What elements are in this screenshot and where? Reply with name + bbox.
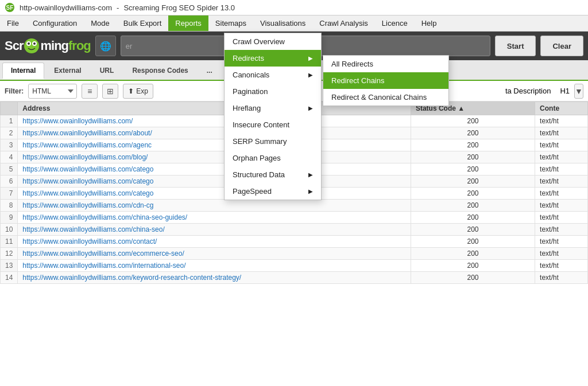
- cell-status-code: 200: [411, 236, 535, 248]
- reports-menu-item-pagespeed[interactable]: PageSpeed▶: [225, 183, 321, 200]
- cell-content-type: text/ht: [535, 115, 588, 127]
- cell-status-code: 200: [411, 272, 535, 284]
- menu-item-configuration[interactable]: Configuration: [26, 15, 84, 31]
- reports-menu-item-canonicals[interactable]: Canonicals▶: [225, 67, 321, 83]
- cell-address[interactable]: https://www.owainlloydwilliams.com/keywo…: [18, 272, 411, 284]
- cell-content-type: text/ht: [535, 224, 588, 236]
- frog-icon: [24, 38, 40, 54]
- table-row: 9https://www.owainlloydwilliams.com/chin…: [1, 212, 588, 224]
- cell-status-code: 200: [411, 151, 535, 163]
- cell-address[interactable]: https://www.owainlloydwilliams.com/categ…: [18, 176, 411, 188]
- cell-content-type: text/ht: [535, 200, 588, 212]
- redirects-submenu-item-redirect-chains[interactable]: Redirect Chains: [323, 72, 448, 89]
- cell-row-num: 7: [1, 188, 18, 200]
- menu-item-sitemaps[interactable]: Sitemaps: [208, 15, 253, 31]
- redirects-submenu-item-redirect-canonical-chains[interactable]: Redirect & Canonical Chains: [323, 89, 448, 106]
- cell-content-type: text/ht: [535, 176, 588, 188]
- reports-menu-item-serp-summary[interactable]: SERP Summary: [225, 133, 321, 150]
- reports-menu-item-crawl-overview[interactable]: Crawl Overview: [225, 33, 321, 50]
- reports-menu-item-structured-data[interactable]: Structured Data▶: [225, 166, 321, 183]
- table-row: 14https://www.owainlloydwilliams.com/key…: [1, 272, 588, 284]
- cell-row-num: 10: [1, 224, 18, 236]
- cell-status-code: 200: [411, 260, 535, 272]
- app-icon: SF: [5, 2, 15, 13]
- cell-address[interactable]: https://www.owainlloydwilliams.com/china…: [18, 212, 411, 224]
- reports-menu-item-redirects[interactable]: Redirects▶: [225, 50, 321, 67]
- title-text: http-owainlloydwilliams-com: [20, 3, 112, 12]
- menu-item-mode[interactable]: Mode: [84, 15, 117, 31]
- reports-menu-item-insecure-content[interactable]: Insecure Content: [225, 116, 321, 133]
- start-button[interactable]: Start: [495, 36, 536, 56]
- logo-scream: Scr: [5, 38, 23, 53]
- tab-external[interactable]: External: [45, 63, 90, 78]
- cell-address[interactable]: https://www.owainlloydwilliams.com/categ…: [18, 163, 411, 176]
- menu-item-visualisations[interactable]: Visualisations: [253, 15, 312, 31]
- cell-address[interactable]: https://www.owainlloydwilliams.com/cdn-c…: [18, 200, 411, 212]
- globe-button[interactable]: 🌐: [95, 36, 116, 56]
- cell-address[interactable]: https://www.owainlloydwilliams.com/conta…: [18, 236, 411, 248]
- menu-item-bulk-export[interactable]: Bulk Export: [117, 15, 168, 31]
- menu-item-help[interactable]: Help: [415, 15, 444, 31]
- cell-row-num: 12: [1, 248, 18, 260]
- cell-address[interactable]: https://www.owainlloydwilliams.com/blog/: [18, 151, 411, 163]
- cell-status-code: 200: [411, 248, 535, 260]
- col-header-num: [1, 102, 18, 115]
- clear-button[interactable]: Clear: [540, 36, 583, 56]
- cell-content-type: text/ht: [535, 236, 588, 248]
- cell-address[interactable]: https://www.owainlloydwilliams.com/inter…: [18, 260, 411, 272]
- redirects-submenu-item-all-redirects[interactable]: All Redirects: [323, 56, 448, 72]
- reports-menu-item-pagination[interactable]: Pagination: [225, 83, 321, 100]
- logo-ming: ming: [40, 38, 68, 53]
- table-row: 8https://www.owainlloydwilliams.com/cdn-…: [1, 200, 588, 212]
- reports-menu: Crawl OverviewRedirects▶Canonicals▶Pagin…: [224, 33, 322, 200]
- upload-icon: ⬆: [128, 87, 134, 95]
- export-label: Exp: [136, 87, 148, 95]
- cell-row-num: 1: [1, 115, 18, 127]
- data-description-label: ta Description: [505, 87, 551, 95]
- title-separator: -: [117, 3, 119, 12]
- col-header-content-type[interactable]: Conte: [535, 102, 588, 115]
- cell-row-num: 6: [1, 176, 18, 188]
- reports-menu-item-hreflang[interactable]: Hreflang▶: [225, 100, 321, 116]
- tab-data-description[interactable]: ...: [198, 63, 221, 78]
- cell-content-type: text/ht: [535, 272, 588, 284]
- menu-item-file[interactable]: File: [0, 15, 26, 31]
- cell-row-num: 8: [1, 200, 18, 212]
- tab-response-codes[interactable]: Response Codes: [123, 63, 196, 78]
- cell-address[interactable]: https://www.owainlloydwilliams.com/categ…: [18, 188, 411, 200]
- svg-text:SF: SF: [6, 5, 14, 11]
- table-row: 12https://www.owainlloydwilliams.com/eco…: [1, 248, 588, 260]
- tab-url[interactable]: URL: [91, 63, 123, 78]
- cell-status-code: 200: [411, 139, 535, 151]
- cell-address[interactable]: https://www.owainlloydwilliams.com/ecomm…: [18, 248, 411, 260]
- cell-address[interactable]: https://www.owainlloydwilliams.com/: [18, 115, 411, 127]
- filter-select[interactable]: AllHTMLJavaScriptCSSImagesPDF: [28, 84, 77, 99]
- tree-view-button[interactable]: ⊞: [102, 84, 118, 99]
- cell-address[interactable]: https://www.owainlloydwilliams.com/china…: [18, 224, 411, 236]
- cell-content-type: text/ht: [535, 163, 588, 176]
- tab-internal[interactable]: Internal: [2, 63, 44, 79]
- h1-dropdown-button[interactable]: ▼: [574, 84, 583, 99]
- cell-status-code: 200: [411, 200, 535, 212]
- redirects-submenu: All RedirectsRedirect ChainsRedirect & C…: [323, 55, 449, 106]
- table-row: 10https://www.owainlloydwilliams.com/chi…: [1, 224, 588, 236]
- cell-content-type: text/ht: [535, 151, 588, 163]
- export-button[interactable]: ⬆ Exp: [123, 84, 153, 99]
- menu-item-reports[interactable]: Reports: [168, 15, 208, 31]
- cell-status-code: 200: [411, 163, 535, 176]
- cell-address[interactable]: https://www.owainlloydwilliams.com/about…: [18, 127, 411, 139]
- title-app: Screaming Frog SEO Spider 13.0: [123, 3, 235, 12]
- svg-point-6: [33, 42, 36, 45]
- cell-row-num: 13: [1, 260, 18, 272]
- reports-menu-item-orphan-pages[interactable]: Orphan Pages: [225, 150, 321, 166]
- cell-content-type: text/ht: [535, 248, 588, 260]
- menu-item-licence[interactable]: Licence: [375, 15, 415, 31]
- h1-label: H1: [560, 87, 570, 95]
- cell-row-num: 4: [1, 151, 18, 163]
- cell-address[interactable]: https://www.owainlloydwilliams.com/agenc: [18, 139, 411, 151]
- cell-row-num: 2: [1, 127, 18, 139]
- cell-status-code: 200: [411, 212, 535, 224]
- list-view-button[interactable]: ≡: [82, 84, 98, 99]
- menu-bar: FileConfigurationModeBulk ExportReportsS…: [0, 15, 588, 32]
- menu-item-crawl-analysis[interactable]: Crawl Analysis: [312, 15, 375, 31]
